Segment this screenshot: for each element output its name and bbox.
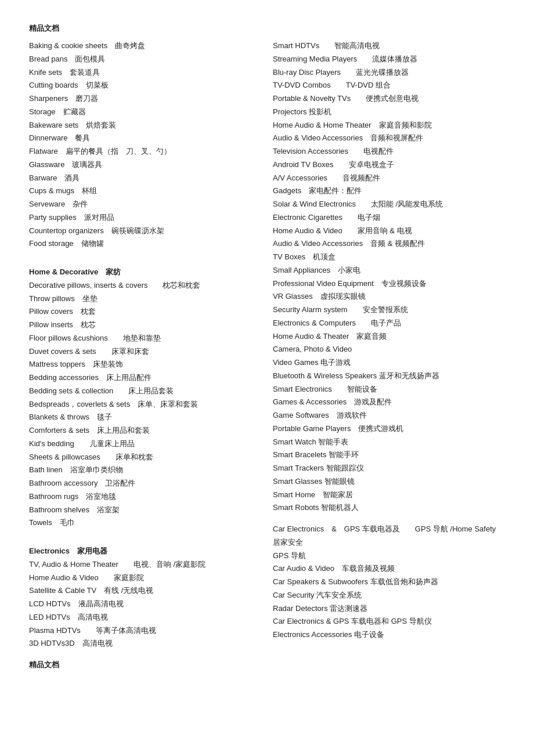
list-item: Home Audio & Video 家庭影院	[29, 571, 261, 585]
list-item	[273, 515, 505, 523]
list-item: Security Alarm system 安全警报系统	[273, 303, 505, 317]
list-item: Radar Detectors 雷达测速器	[273, 602, 505, 616]
right-column: Smart HDTVs 智能高清电视Streaming Media Player…	[273, 39, 505, 650]
list-item: Food storage 储物罐	[29, 237, 261, 251]
list-item: Pillow inserts 枕芯	[29, 319, 261, 332]
list-item: Portable Game Players 便携式游戏机	[273, 422, 505, 436]
list-item: Smart Bracelets 智能手环	[273, 448, 505, 462]
list-item: Throw pillows 坐垫	[29, 292, 261, 306]
list-item: Audio & Video Accessories 音频和视屏配件	[273, 132, 505, 145]
list-item: Bakeware sets 烘焙套装	[29, 119, 261, 132]
list-item: Home Audio & Home Theater 家庭音频和影院	[273, 119, 505, 132]
list-item: Professional Video Equipment 专业视频设备	[273, 277, 505, 291]
list-item: Glassware 玻璃器具	[29, 158, 261, 172]
list-item: Android TV Boxes 安卓电视盒子	[273, 158, 505, 172]
list-item: Camera, Photo & Video	[273, 343, 505, 356]
list-item: Electronic Cigarettes 电子烟	[273, 211, 505, 225]
list-item: Countertop organizers 碗筷碗碟沥水架	[29, 225, 261, 238]
list-item: Bedding accessories 床上用品配件	[29, 371, 261, 385]
list-item: Barware 酒具	[29, 172, 261, 185]
list-item: Car Security 汽车安全系统	[273, 589, 505, 602]
list-item: Car Electronics & GPS 车载电器及 GPS 导航 /Home…	[273, 523, 505, 549]
list-item: Home & Decorative 家纺	[29, 266, 261, 279]
list-item: Baking & cookie sheets 曲奇烤盘	[29, 39, 261, 53]
list-item: LED HDTVs 高清电视	[29, 611, 261, 624]
list-item: Electronics & Computers 电子产品	[273, 317, 505, 330]
list-item: Knife sets 套装道具	[29, 66, 261, 79]
list-item: Kid's bedding 儿童床上用品	[29, 437, 261, 451]
list-item: Video Games 电子游戏	[273, 356, 505, 370]
list-item: Bluetooth & Wireless Speakers 蓝牙和无线扬声器	[273, 370, 505, 383]
list-item: Projectors 投影机	[273, 106, 505, 119]
list-item: Blankets & throws 毯子	[29, 411, 261, 424]
list-item	[29, 251, 261, 259]
list-item: Bathroom rugs 浴室地毯	[29, 490, 261, 504]
list-item: Games & Accessories 游戏及配件	[273, 396, 505, 409]
list-item: Serveware 杂件	[29, 198, 261, 211]
list-item: Party supplies 派对用品	[29, 211, 261, 225]
list-item: Sharpeners 磨刀器	[29, 92, 261, 106]
list-item: Smart Electronics 智能设备	[273, 383, 505, 396]
page-header: 精品文档	[29, 23, 505, 34]
list-item: TV Boxes 机顶盒	[273, 251, 505, 264]
list-item: Mattress toppers 床垫装饰	[29, 358, 261, 371]
list-item: Dinnerware 餐具	[29, 132, 261, 145]
list-item: Storage 贮藏器	[29, 106, 261, 119]
list-item: Bathroom shelves 浴室架	[29, 504, 261, 517]
list-item: Comforters & sets 床上用品和套装	[29, 424, 261, 437]
list-item: Bath linen 浴室单巾类织物	[29, 464, 261, 477]
list-item	[29, 530, 261, 538]
list-item: TV-DVD Combos TV-DVD 组合	[273, 79, 505, 92]
list-item: Towels 毛巾	[29, 516, 261, 530]
list-item: Smart Trackers 智能跟踪仪	[273, 462, 505, 475]
list-item: TV, Audio & Home Theater 电视、音响 /家庭影院	[29, 558, 261, 571]
list-item: Electronics 家用电器	[29, 545, 261, 558]
list-item: Audio & Video Accessories 音频 & 视频配件	[273, 237, 505, 251]
list-item: Plasma HDTVs 等离子体高清电视	[29, 624, 261, 638]
list-item: Cutting boards 切菜板	[29, 79, 261, 92]
list-item: Home Audio & Theater 家庭音频	[273, 330, 505, 343]
list-item: Smart HDTVs 智能高清电视	[273, 39, 505, 53]
list-item: LCD HDTVs 液晶高清电视	[29, 598, 261, 611]
list-item: Gadgets 家电配件：配件	[273, 185, 505, 198]
list-item: Cups & mugs 杯组	[29, 185, 261, 198]
list-item: Duvet covers & sets 床罩和床套	[29, 345, 261, 359]
list-item: Game Softwares 游戏软件	[273, 409, 505, 422]
list-item: Car Electronics & GPS 车载电器和 GPS 导航仪	[273, 615, 505, 628]
list-item: Blu-ray Disc Players 蓝光光碟播放器	[273, 66, 505, 79]
list-item: Bedding sets & collection 床上用品套装	[29, 385, 261, 398]
list-item: Sheets & pillowcases 床单和枕套	[29, 451, 261, 464]
list-item: Streaming Media Players 流媒体播放器	[273, 53, 505, 66]
list-item: Smart Home 智能家居	[273, 489, 505, 502]
list-item: Smart Glasses 智能眼镜	[273, 475, 505, 489]
list-item: Floor pillows &cushions 地垫和靠垫	[29, 332, 261, 345]
list-item: Decorative pillows, inserts & covers 枕芯和…	[29, 279, 261, 292]
left-column: Baking & cookie sheets 曲奇烤盘Bread pans 面包…	[29, 39, 261, 650]
list-item: 3D HDTVs3D 高清电视	[29, 637, 261, 650]
list-item: Television Accessories 电视配件	[273, 145, 505, 158]
list-item: Smart Robots 智能机器人	[273, 501, 505, 515]
list-item: Small Appliances 小家电	[273, 264, 505, 277]
list-item: Bread pans 面包模具	[29, 53, 261, 66]
list-item: Electronics Accessories 电子设备	[273, 628, 505, 642]
list-item: A/V Accessories 音视频配件	[273, 172, 505, 185]
list-item: Flatware 扁平的餐具（指 刀、叉、勺）	[29, 145, 261, 158]
list-item: Pillow covers 枕套	[29, 305, 261, 319]
list-item: Bathroom accessory 卫浴配件	[29, 477, 261, 490]
list-item: Portable & Novelty TVs 便携式创意电视	[273, 92, 505, 106]
list-item: Home Audio & Video 家用音响 & 电视	[273, 225, 505, 238]
list-item: Smart Watch 智能手表	[273, 436, 505, 449]
list-item: Car Speakers & Subwoofers 车载低音炮和扬声器	[273, 576, 505, 589]
list-item: Solar & Wind Electronics 太阳能 /风能发电系统	[273, 198, 505, 211]
list-item: GPS 导航	[273, 549, 505, 563]
list-item: Bedspreads，coverlets & sets 床单、床罩和套装	[29, 398, 261, 411]
list-item: VR Glasses 虚拟现实眼镜	[273, 290, 505, 303]
page-footer: 精品文档	[29, 660, 505, 670]
list-item: Satellite & Cable TV 有线 /无线电视	[29, 584, 261, 598]
list-item: Car Audio & Video 车载音频及视频	[273, 562, 505, 576]
